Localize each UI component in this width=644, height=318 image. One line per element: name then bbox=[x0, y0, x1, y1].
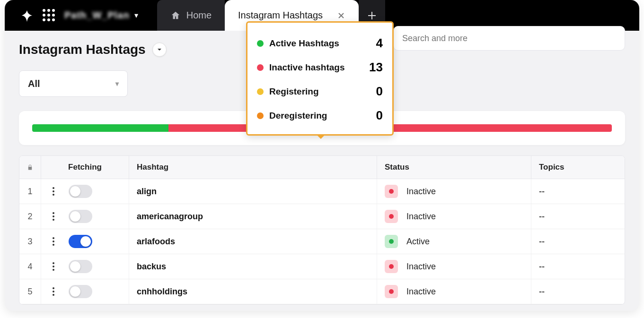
table-header: Fetching Hashtag Status Topics bbox=[19, 156, 625, 179]
row-hashtag[interactable]: align bbox=[129, 179, 377, 204]
app-window: Path_W_Plan ▾ Home Instagram Hashtags bbox=[5, 0, 639, 311]
fetching-toggle[interactable] bbox=[69, 235, 92, 248]
row-status: Active bbox=[377, 229, 531, 254]
row-hashtag[interactable]: cnhholdings bbox=[129, 279, 377, 304]
lock-icon bbox=[27, 164, 33, 171]
row-menu-button[interactable] bbox=[51, 260, 56, 273]
filter-label: All bbox=[28, 78, 40, 89]
status-badge bbox=[385, 210, 398, 223]
row-menu-button[interactable] bbox=[51, 185, 56, 198]
row-topics: -- bbox=[531, 179, 625, 204]
row-index: 1 bbox=[19, 179, 41, 204]
app-launcher-icon[interactable] bbox=[43, 9, 56, 22]
table-row: 4backusInactive-- bbox=[19, 254, 625, 279]
home-icon bbox=[170, 10, 181, 21]
status-dot-icon bbox=[389, 264, 394, 269]
row-status: Inactive bbox=[377, 179, 531, 204]
status-badge bbox=[385, 285, 398, 298]
search-box[interactable] bbox=[393, 26, 625, 51]
tooltip-row: Registering0 bbox=[257, 79, 383, 103]
row-status: Inactive bbox=[377, 254, 531, 279]
row-topics: -- bbox=[531, 204, 625, 229]
column-status: Status bbox=[377, 156, 531, 179]
status-text: Active bbox=[406, 237, 430, 247]
status-badge bbox=[385, 185, 398, 198]
tooltip-row: Active Hashtags4 bbox=[257, 31, 383, 55]
row-index: 2 bbox=[19, 204, 41, 229]
column-hashtag: Hashtag bbox=[129, 156, 377, 179]
status-summary-tooltip: Active Hashtags4Inactive hashtags13Regis… bbox=[246, 21, 394, 136]
status-dot-icon bbox=[389, 239, 394, 244]
tooltip-row: Inactive hashtags13 bbox=[257, 55, 383, 79]
row-index: 5 bbox=[19, 279, 41, 304]
page-dropdown-button[interactable] bbox=[152, 43, 167, 57]
row-index: 3 bbox=[19, 229, 41, 254]
row-hashtag[interactable]: americanagroup bbox=[129, 204, 377, 229]
status-text: Inactive bbox=[406, 262, 436, 272]
tooltip-count: 0 bbox=[376, 84, 383, 99]
row-fetching-cell bbox=[41, 204, 129, 229]
row-topics: -- bbox=[531, 279, 625, 304]
tab-home[interactable]: Home bbox=[157, 0, 225, 31]
fetching-toggle[interactable] bbox=[69, 185, 92, 198]
chevron-down-icon: ▾ bbox=[115, 80, 119, 87]
row-menu-button[interactable] bbox=[51, 285, 56, 298]
status-dot-icon bbox=[257, 88, 264, 95]
status-dot-icon bbox=[257, 64, 264, 71]
row-fetching-cell bbox=[41, 254, 129, 279]
fetching-toggle[interactable] bbox=[69, 285, 92, 298]
column-lock bbox=[19, 156, 41, 179]
row-hashtag[interactable]: backus bbox=[129, 254, 377, 279]
fetching-toggle[interactable] bbox=[69, 210, 92, 223]
status-bar-active-segment bbox=[32, 124, 168, 132]
hashtags-table: Fetching Hashtag Status Topics 1alignIna… bbox=[19, 155, 625, 305]
table-row: 1alignInactive-- bbox=[19, 179, 625, 204]
row-topics: -- bbox=[531, 254, 625, 279]
tooltip-count: 4 bbox=[376, 36, 383, 51]
status-text: Inactive bbox=[406, 187, 436, 197]
row-index: 4 bbox=[19, 254, 41, 279]
page-content: Instagram Hashtags All ▾ Active Hashtags… bbox=[5, 31, 639, 305]
page-title: Instagram Hashtags bbox=[19, 42, 146, 57]
workspace-name: Path_W_Plan bbox=[64, 10, 130, 21]
brand-logo-icon bbox=[19, 8, 35, 24]
close-icon[interactable] bbox=[337, 11, 345, 20]
table-row: 3arlafoodsActive-- bbox=[19, 229, 625, 254]
tooltip-count: 0 bbox=[376, 108, 383, 123]
status-filter-select[interactable]: All ▾ bbox=[19, 70, 128, 97]
status-badge bbox=[385, 260, 398, 273]
status-text: Inactive bbox=[406, 212, 436, 222]
status-text: Inactive bbox=[406, 287, 436, 297]
row-fetching-cell bbox=[41, 229, 129, 254]
fetching-toggle[interactable] bbox=[69, 260, 92, 273]
row-status: Inactive bbox=[377, 279, 531, 304]
workspace-switcher[interactable]: Path_W_Plan bbox=[64, 10, 130, 21]
tooltip-label: Inactive hashtags bbox=[269, 62, 344, 73]
row-fetching-cell bbox=[41, 279, 129, 304]
status-dot-icon bbox=[389, 214, 394, 219]
chevron-down-icon bbox=[157, 47, 162, 52]
chevron-down-icon[interactable]: ▾ bbox=[134, 11, 138, 20]
tab-active-label: Instagram Hashtags bbox=[238, 10, 323, 21]
status-dot-icon bbox=[389, 189, 394, 194]
column-fetching: Fetching bbox=[41, 156, 129, 179]
status-dot-icon bbox=[257, 112, 264, 119]
row-fetching-cell bbox=[41, 179, 129, 204]
column-topics: Topics bbox=[531, 156, 625, 179]
row-topics: -- bbox=[531, 229, 625, 254]
tooltip-label: Deregistering bbox=[269, 111, 327, 121]
tooltip-count: 13 bbox=[369, 60, 383, 75]
status-badge bbox=[385, 235, 398, 248]
row-menu-button[interactable] bbox=[51, 210, 56, 223]
tooltip-row: Deregistering0 bbox=[257, 103, 383, 128]
table-row: 5cnhholdingsInactive-- bbox=[19, 279, 625, 304]
tab-home-label: Home bbox=[186, 10, 212, 21]
row-status: Inactive bbox=[377, 204, 531, 229]
table-row: 2americanagroupInactive-- bbox=[19, 204, 625, 229]
row-hashtag[interactable]: arlafoods bbox=[129, 229, 377, 254]
plus-icon bbox=[367, 11, 377, 20]
search-input[interactable] bbox=[402, 34, 616, 43]
row-menu-button[interactable] bbox=[51, 235, 56, 248]
status-dot-icon bbox=[257, 40, 264, 47]
tooltip-label: Registering bbox=[269, 86, 319, 97]
